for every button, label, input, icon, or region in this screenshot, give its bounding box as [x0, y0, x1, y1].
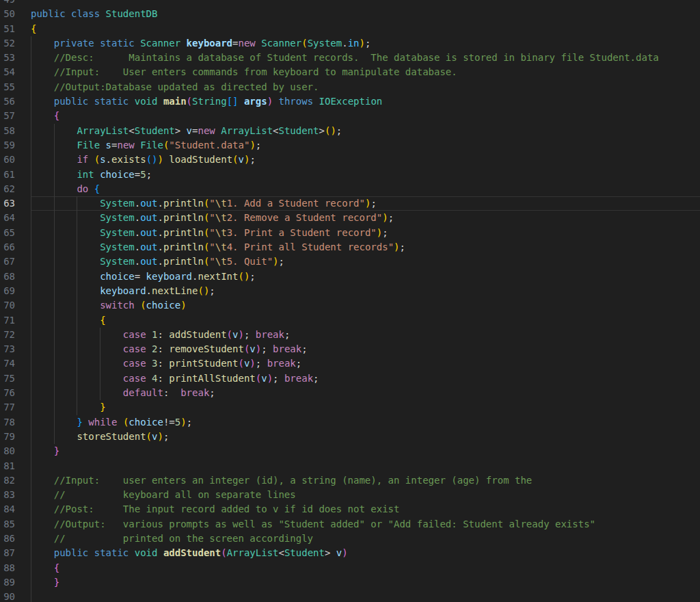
code-line[interactable]: 51{ — [0, 22, 700, 36]
line-number-gutter[interactable]: 56 — [0, 94, 31, 109]
code-line-content[interactable]: // printed on the screen accordingly — [31, 532, 700, 546]
code-line-content[interactable] — [31, 459, 700, 473]
line-number-gutter[interactable]: 73 — [0, 342, 31, 356]
code-line-content[interactable]: System.out.println("\t4. Print all Stude… — [31, 240, 700, 254]
code-line[interactable]: 68 choice= keyboard.nextInt(); — [0, 270, 700, 284]
code-line-content[interactable]: int choice=5; — [31, 168, 700, 182]
code-line-content[interactable]: choice= keyboard.nextInt(); — [31, 270, 700, 284]
code-line[interactable]: 69 keyboard.nextLine(); — [0, 284, 700, 298]
line-number-gutter[interactable]: 83 — [0, 488, 31, 502]
line-number-gutter[interactable]: 55 — [0, 80, 31, 94]
code-line-content[interactable]: File s=new File("Student.data"); — [31, 138, 700, 153]
code-line-content[interactable]: //Input: user enters an integer (id), a … — [31, 473, 700, 488]
code-line[interactable]: 83 // keyboard all on separate lines — [0, 488, 700, 502]
line-number-gutter[interactable]: 68 — [0, 270, 31, 284]
line-number-gutter[interactable]: 81 — [0, 459, 31, 473]
code-line-content[interactable]: public static void main(String[] args) t… — [31, 94, 700, 109]
code-line[interactable]: 79 storeStudent(v); — [0, 430, 700, 444]
code-editor[interactable]: 4950public class StudentDB51{52 private … — [0, 0, 700, 602]
code-line-content[interactable]: System.out.println("\t2. Remove a Studen… — [31, 211, 700, 225]
code-line[interactable]: 66 System.out.println("\t4. Print all St… — [0, 240, 700, 254]
code-line[interactable]: 58 ArrayList<Student> v=new ArrayList<St… — [0, 124, 700, 138]
line-number-gutter[interactable]: 74 — [0, 356, 31, 371]
code-line-content[interactable]: case 4: printAllStudent(v); break; — [31, 371, 700, 386]
line-number-gutter[interactable]: 54 — [0, 65, 31, 79]
code-line[interactable]: 85 //Output: various prompts as well as … — [0, 517, 700, 532]
code-line[interactable]: 89 } — [0, 575, 700, 590]
code-line-content[interactable]: public class StudentDB — [31, 7, 700, 21]
code-line[interactable]: 62 do { — [0, 182, 700, 196]
code-line-content[interactable]: case 3: printStudent(v); break; — [31, 356, 700, 371]
line-number-gutter[interactable]: 59 — [0, 138, 31, 153]
code-line-content[interactable]: } while (choice!=5); — [31, 415, 700, 430]
code-line-content[interactable]: { — [31, 561, 700, 575]
code-line[interactable]: 55 //Output:Database updated as directed… — [0, 80, 700, 94]
code-line[interactable]: 61 int choice=5; — [0, 168, 700, 182]
code-line-content[interactable] — [31, 590, 700, 602]
code-line[interactable]: 75 case 4: printAllStudent(v); break; — [0, 371, 700, 386]
code-line[interactable]: 53 //Desc: Maintains a database of Stude… — [0, 51, 700, 65]
code-line[interactable]: 63 System.out.println("\t1. Add a Studen… — [0, 196, 700, 211]
code-line-content[interactable]: } — [31, 444, 700, 458]
code-line[interactable]: 71 { — [0, 313, 700, 328]
code-line-content[interactable]: } — [31, 575, 700, 590]
line-number-gutter[interactable]: 70 — [0, 298, 31, 313]
code-line[interactable]: 54 //Input: User enters commands from ke… — [0, 65, 700, 79]
code-line-content[interactable]: //Output:Database updated as directed by… — [31, 80, 700, 94]
line-number-gutter[interactable]: 53 — [0, 51, 31, 65]
code-line[interactable]: 88 { — [0, 561, 700, 575]
line-number-gutter[interactable]: 58 — [0, 124, 31, 138]
line-number-gutter[interactable]: 57 — [0, 109, 31, 123]
line-number-gutter[interactable]: 77 — [0, 400, 31, 415]
line-number-gutter[interactable]: 85 — [0, 517, 31, 532]
code-line-content[interactable]: System.out.println("\t1. Add a Student r… — [31, 196, 700, 211]
code-line-content[interactable]: { — [31, 109, 700, 123]
code-line-content[interactable]: //Post: The input record added to v if i… — [31, 502, 700, 516]
code-line-content[interactable]: { — [31, 22, 700, 36]
code-line[interactable]: 64 System.out.println("\t2. Remove a Stu… — [0, 211, 700, 225]
code-line[interactable]: 50public class StudentDB — [0, 7, 700, 21]
code-line-content[interactable]: storeStudent(v); — [31, 430, 700, 444]
code-line-content[interactable]: do { — [31, 182, 700, 196]
code-line[interactable]: 56 public static void main(String[] args… — [0, 94, 700, 109]
line-number-gutter[interactable]: 51 — [0, 22, 31, 36]
code-line-content[interactable]: { — [31, 313, 700, 328]
code-line-content[interactable]: default: break; — [31, 386, 700, 400]
line-number-gutter[interactable]: 80 — [0, 444, 31, 458]
code-line-content[interactable]: // keyboard all on separate lines — [31, 488, 700, 502]
code-line-content[interactable]: System.out.println("\t5. Quit"); — [31, 254, 700, 269]
code-line[interactable]: 59 File s=new File("Student.data"); — [0, 138, 700, 153]
code-line[interactable]: 60 if (s.exists()) loadStudent(v); — [0, 153, 700, 167]
code-line[interactable]: 80 } — [0, 444, 700, 458]
code-line-content[interactable]: //Input: User enters commands from keybo… — [31, 65, 700, 79]
code-line-content[interactable] — [31, 0, 700, 7]
line-number-gutter[interactable]: 84 — [0, 502, 31, 516]
code-line-content[interactable]: //Desc: Maintains a database of Student … — [31, 51, 700, 65]
code-line[interactable]: 76 default: break; — [0, 386, 700, 400]
code-line-content[interactable]: public static void addStudent(ArrayList<… — [31, 546, 700, 560]
code-line-content[interactable]: if (s.exists()) loadStudent(v); — [31, 153, 700, 167]
code-line-content[interactable]: case 2: removeStudent(v); break; — [31, 342, 700, 356]
code-line[interactable]: 73 case 2: removeStudent(v); break; — [0, 342, 700, 356]
line-number-gutter[interactable]: 89 — [0, 575, 31, 590]
code-line[interactable]: 78 } while (choice!=5); — [0, 415, 700, 430]
line-number-gutter[interactable]: 90 — [0, 590, 31, 602]
line-number-gutter[interactable]: 50 — [0, 7, 31, 21]
code-line[interactable]: 57 { — [0, 109, 700, 123]
code-line-content[interactable]: private static Scanner keyboard=new Scan… — [31, 36, 700, 51]
line-number-gutter[interactable]: 60 — [0, 153, 31, 167]
code-line[interactable]: 49 — [0, 0, 700, 7]
code-line-content[interactable]: ArrayList<Student> v=new ArrayList<Stude… — [31, 124, 700, 138]
code-line-content[interactable]: System.out.println("\t3. Print a Student… — [31, 226, 700, 240]
line-number-gutter[interactable]: 78 — [0, 415, 31, 430]
line-number-gutter[interactable]: 71 — [0, 313, 31, 328]
code-line[interactable]: 65 System.out.println("\t3. Print a Stud… — [0, 226, 700, 240]
line-number-gutter[interactable]: 62 — [0, 182, 31, 196]
code-line[interactable]: 77 } — [0, 400, 700, 415]
code-line-content[interactable]: } — [31, 400, 700, 415]
line-number-gutter[interactable]: 66 — [0, 240, 31, 254]
line-number-gutter[interactable]: 63 — [0, 196, 31, 211]
code-line-content[interactable]: //Output: various prompts as well as "St… — [31, 517, 700, 532]
line-number-gutter[interactable]: 65 — [0, 226, 31, 240]
code-line[interactable]: 90 — [0, 590, 700, 602]
